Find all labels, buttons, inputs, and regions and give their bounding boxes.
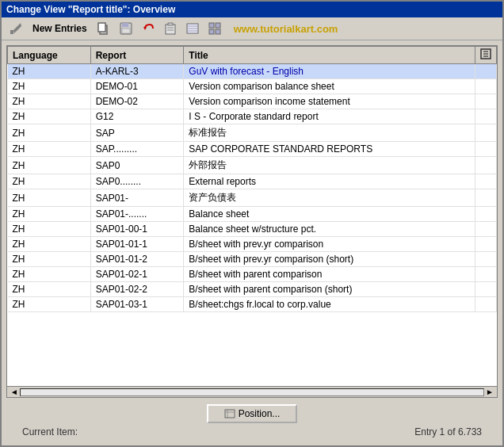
svg-marker-1 bbox=[13, 23, 21, 33]
svg-rect-0 bbox=[10, 30, 13, 34]
cell-language: ZH bbox=[8, 157, 91, 174]
cell-title: 外部报告 bbox=[184, 157, 475, 174]
table-row[interactable]: ZHA-KARL-3GuV with forecast - English bbox=[8, 64, 497, 79]
cell-language: ZH bbox=[8, 297, 91, 312]
table-row[interactable]: ZHSAP01-01-1B/sheet with prev.yr compari… bbox=[8, 237, 497, 252]
cell-report: SAP01- bbox=[90, 189, 184, 207]
main-window: Change View "Report title": Overview New… bbox=[0, 0, 504, 447]
cell-report: SAP bbox=[90, 124, 184, 142]
cell-title: SAP CORPORATE STANDARD REPORTS bbox=[184, 142, 475, 157]
table-row[interactable]: ZHDEMO-01Version comparison balance shee… bbox=[8, 79, 497, 94]
cell-language: ZH bbox=[8, 282, 91, 297]
cell-language: ZH bbox=[8, 94, 91, 109]
table-row[interactable]: ZHSAP01-03-1B/sheet:chgs fr.local to cor… bbox=[8, 297, 497, 312]
position-button-label: Position... bbox=[239, 408, 281, 419]
scroll-left-arrow[interactable]: ◄ bbox=[9, 388, 20, 396]
bottom-bar: Position... Current Item: Entry 1 of 6.7… bbox=[6, 398, 498, 441]
save-icon[interactable] bbox=[116, 21, 136, 36]
table-row[interactable]: ZHSAP0外部报告 bbox=[8, 157, 497, 174]
pen-icon[interactable] bbox=[6, 21, 25, 36]
cell-language: ZH bbox=[8, 109, 91, 124]
table-scroll[interactable]: Language Report Title bbox=[7, 46, 497, 386]
cell-title: 资产负债表 bbox=[184, 189, 475, 207]
svg-rect-5 bbox=[122, 23, 128, 27]
entry-info: Entry 1 of 6.733 bbox=[414, 426, 482, 437]
undo-icon[interactable] bbox=[139, 21, 158, 36]
table-row[interactable]: ZHSAP01-资产负债表 bbox=[8, 189, 497, 207]
cell-report: A-KARL-3 bbox=[90, 64, 184, 79]
data-table: Language Report Title bbox=[7, 46, 497, 312]
col-report-header[interactable]: Report bbox=[90, 47, 184, 64]
cell-report: DEMO-02 bbox=[90, 94, 184, 109]
cell-language: ZH bbox=[8, 207, 91, 222]
svg-rect-6 bbox=[122, 29, 130, 33]
svg-rect-24 bbox=[225, 410, 235, 418]
cell-icon bbox=[475, 237, 497, 252]
cell-icon bbox=[475, 267, 497, 282]
cell-report: SAP01-02-2 bbox=[90, 282, 184, 297]
list-icon[interactable] bbox=[183, 21, 202, 36]
cell-language: ZH bbox=[8, 222, 91, 237]
new-entries-label: New Entries bbox=[32, 23, 87, 34]
cell-icon bbox=[475, 124, 497, 142]
cell-language: ZH bbox=[8, 142, 91, 157]
copy-icon[interactable] bbox=[94, 21, 113, 36]
cell-icon bbox=[475, 174, 497, 189]
table-row[interactable]: ZHSAP01-02-1B/sheet with parent comparis… bbox=[8, 267, 497, 282]
toolbar: New Entries bbox=[2, 17, 502, 40]
cell-title: I S - Corporate standard report bbox=[184, 109, 475, 124]
scroll-right-arrow[interactable]: ► bbox=[484, 388, 495, 396]
table-row[interactable]: ZHSAP.........SAP CORPORATE STANDARD REP… bbox=[8, 142, 497, 157]
cell-title: B/sheet:chgs fr.local to corp.value bbox=[184, 297, 475, 312]
cell-icon bbox=[475, 207, 497, 222]
table-row[interactable]: ZHSAP标准报告 bbox=[8, 124, 497, 142]
svg-rect-16 bbox=[209, 23, 214, 28]
cell-icon bbox=[475, 157, 497, 174]
table-row[interactable]: ZHSAP01-02-2B/sheet with parent comparis… bbox=[8, 282, 497, 297]
cell-report: SAP0 bbox=[90, 157, 184, 174]
grid-icon[interactable] bbox=[205, 21, 224, 36]
svg-rect-18 bbox=[209, 29, 214, 34]
main-content: Language Report Title bbox=[2, 40, 502, 445]
cell-icon bbox=[475, 189, 497, 207]
cell-title: B/sheet with prev.yr comparison bbox=[184, 237, 475, 252]
cell-title: GuV with forecast - English bbox=[184, 64, 475, 79]
cell-icon bbox=[475, 109, 497, 124]
cell-language: ZH bbox=[8, 267, 91, 282]
svg-rect-9 bbox=[168, 23, 173, 25]
cell-title: Version comparison income statement bbox=[184, 94, 475, 109]
cell-title: B/sheet with parent comparison (short) bbox=[184, 282, 475, 297]
col-icon-header[interactable] bbox=[475, 47, 497, 64]
cell-report: SAP......... bbox=[90, 142, 184, 157]
col-title-header[interactable]: Title bbox=[184, 47, 475, 64]
table-row[interactable]: ZHDEMO-02Version comparison income state… bbox=[8, 94, 497, 109]
cell-language: ZH bbox=[8, 252, 91, 267]
table-row[interactable]: ZHSAP01-01-2B/sheet with prev.yr compari… bbox=[8, 252, 497, 267]
h-scroll-track[interactable] bbox=[20, 388, 484, 396]
cell-icon bbox=[475, 252, 497, 267]
new-entries-button[interactable]: New Entries bbox=[29, 21, 91, 36]
cell-title: B/sheet with prev.yr comparison (short) bbox=[184, 252, 475, 267]
current-item-label: Current Item: bbox=[22, 426, 78, 437]
horizontal-scrollbar[interactable]: ◄ ► bbox=[7, 386, 497, 397]
cell-icon bbox=[475, 142, 497, 157]
cell-icon bbox=[475, 297, 497, 312]
cell-report: SAP0........ bbox=[90, 174, 184, 189]
cell-title: Version comparison balance sheet bbox=[184, 79, 475, 94]
clipboard-icon[interactable] bbox=[161, 21, 180, 36]
table-container: Language Report Title bbox=[6, 45, 498, 398]
cell-title: External reports bbox=[184, 174, 475, 189]
position-button[interactable]: Position... bbox=[207, 404, 298, 423]
table-row[interactable]: ZHG12I S - Corporate standard report bbox=[8, 109, 497, 124]
cell-report: SAP01-00-1 bbox=[90, 222, 184, 237]
table-row[interactable]: ZHSAP0........External reports bbox=[8, 174, 497, 189]
window-title: Change View "Report title": Overview bbox=[6, 4, 175, 15]
cell-report: SAP01-....... bbox=[90, 207, 184, 222]
svg-rect-17 bbox=[216, 23, 220, 28]
cell-report: SAP01-03-1 bbox=[90, 297, 184, 312]
table-row[interactable]: ZHSAP01-.......Balance sheet bbox=[8, 207, 497, 222]
svg-rect-3 bbox=[98, 23, 105, 32]
col-language-header[interactable]: Language bbox=[8, 47, 91, 64]
table-row[interactable]: ZHSAP01-00-1Balance sheet w/structure pc… bbox=[8, 222, 497, 237]
cell-language: ZH bbox=[8, 189, 91, 207]
